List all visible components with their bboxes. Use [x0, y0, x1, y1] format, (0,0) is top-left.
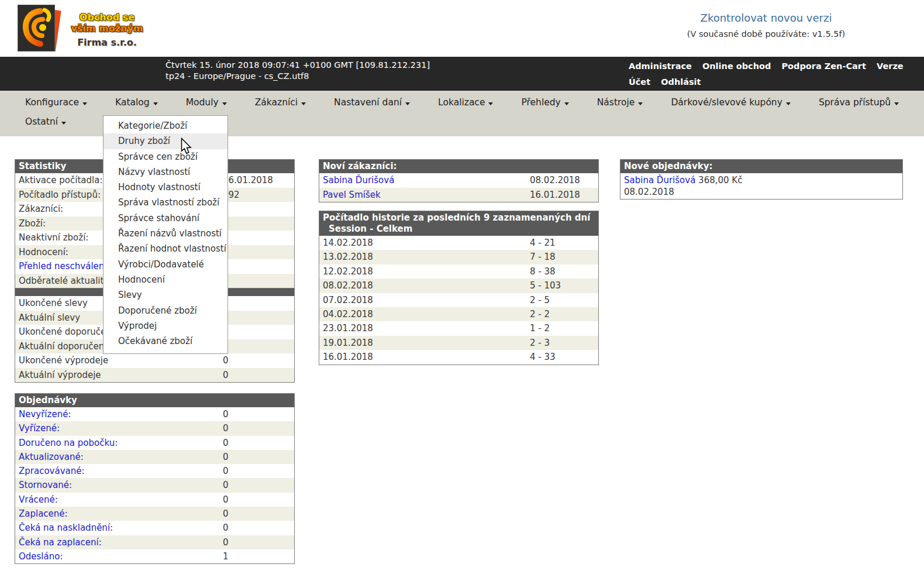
new-orders-title: Nové objednávky:: [620, 160, 902, 173]
table-row: 08.02.20185 - 103: [319, 279, 598, 293]
counter-history-title: Počítadlo historie za posledních 9 zazna…: [319, 211, 598, 236]
orders-status-link[interactable]: Čeká na naskladnění:: [15, 522, 113, 533]
menu-katalog[interactable]: Katalog: [115, 97, 158, 108]
table-row: 23.01.20181 - 2: [319, 321, 598, 335]
menu-nastroje[interactable]: Nástroje: [597, 97, 643, 108]
chevron-down-icon: [301, 102, 306, 105]
table-row: Aktualizované:0: [15, 450, 294, 464]
table-row: 12.02.20188 - 38: [319, 264, 598, 279]
table-row: Nevyřízené:0: [15, 407, 294, 421]
table-row: Sabina Ďurišová08.02.2018: [319, 173, 598, 188]
nav-verze[interactable]: Verze: [877, 61, 904, 71]
menu-zakaznici[interactable]: Zákazníci: [255, 97, 306, 108]
orders-status-link[interactable]: Zpracovávané:: [15, 466, 85, 476]
current-version-text: (V současné době používáte: v1.5.5f): [635, 29, 898, 39]
orders-status-link[interactable]: Nevyřízené:: [15, 409, 71, 420]
table-row: Doručeno na pobočku:0: [15, 436, 294, 450]
dd-spravce-stahovani[interactable]: Správce stahování: [104, 211, 227, 226]
orders-status-link[interactable]: Čeká na zaplacení:: [15, 537, 102, 548]
dd-vyprodej[interactable]: Výprodej: [104, 318, 227, 334]
table-row: 13.02.20187 - 18: [319, 250, 598, 264]
dd-spravce-cen[interactable]: Správce cen zboží: [104, 149, 227, 164]
chevron-down-icon: [153, 102, 158, 105]
mouse-cursor: [181, 137, 192, 157]
dd-slevy[interactable]: Slevy: [104, 287, 227, 302]
orders-status-link[interactable]: Aktualizované:: [15, 452, 84, 462]
table-row: 04.02.20182 - 2: [319, 307, 598, 321]
chevron-down-icon: [488, 102, 493, 105]
orders-status-link[interactable]: Vrácené:: [15, 494, 58, 505]
check-new-version-link[interactable]: Zkontrolovat novou verzi: [635, 12, 898, 24]
orders-status-link[interactable]: Odesláno:: [15, 551, 63, 562]
menu-konfigurace[interactable]: Konfigurace: [25, 97, 87, 108]
server-locale: tp24 - Europe/Prague - cs_CZ.utf8: [166, 71, 430, 82]
table-row: Stornované:0: [15, 478, 294, 492]
chevron-down-icon: [405, 102, 410, 105]
table-row: Odesláno:1: [15, 549, 294, 563]
logo-swirl-icon: [18, 5, 55, 51]
table-row: 14.02.20184 - 21: [319, 236, 598, 250]
table-row: 16.01.20184 - 33: [319, 350, 598, 364]
dd-hodnoceni[interactable]: Hodnocení: [104, 272, 227, 287]
nav-podpora-zencart[interactable]: Podpora Zen-Cart: [781, 61, 866, 71]
menu-prehledy[interactable]: Přehledy: [521, 97, 568, 108]
order-date: 08.02.2018: [624, 186, 899, 198]
customer-link[interactable]: Sabina Ďurišová: [319, 175, 394, 185]
menu-sprava-pristupu[interactable]: Správa přístupů: [819, 97, 899, 108]
chevron-down-icon: [638, 102, 643, 105]
orders-status-link[interactable]: Stornované:: [15, 480, 72, 490]
dd-vyrobci-dodavatele[interactable]: Výrobci/Dodavatelé: [104, 257, 227, 272]
orders-panel-title: Objednávky: [15, 394, 294, 407]
store-name-line2: vším možným: [69, 23, 145, 34]
chevron-down-icon: [222, 102, 227, 105]
dd-druhy-zbozi[interactable]: Druhy zboží: [104, 133, 227, 149]
dd-sprava-vlastnosti[interactable]: Správa vlastností zboží: [104, 195, 227, 210]
store-logo: [16, 4, 69, 55]
orders-status-link[interactable]: Vyřízené:: [15, 423, 60, 434]
store-name: Obchod se vším možným Firma s.r.o.: [69, 12, 145, 49]
server-datetime: Čtvrtek 15. únor 2018 09:07:41 +0100 GMT…: [166, 60, 430, 71]
nav-online-obchod[interactable]: Online obchod: [702, 61, 771, 71]
dd-kategorie-zbozi[interactable]: Kategorie/Zboží: [104, 118, 227, 133]
dd-hodnoty-vlastnosti[interactable]: Hodnoty vlastností: [104, 180, 227, 195]
new-customers-title: Noví zákazníci:: [319, 160, 598, 173]
menu-nastaveni-dani[interactable]: Nastavení daní: [334, 97, 410, 108]
orders-panel: Objednávky Nevyřízené:0 Vyřízené:0 Doruč…: [15, 393, 295, 564]
table-row: Pavel Smíšek16.01.2018: [319, 188, 598, 202]
menu-moduly[interactable]: Moduly: [186, 97, 227, 108]
table-row: Sabina Ďurišová 368,00 Kč 08.02.2018: [620, 173, 902, 199]
table-row: Aktuální výprodeje0: [15, 368, 294, 383]
counter-history-subtitle: Session - Celkem: [323, 224, 595, 235]
chevron-down-icon: [564, 102, 569, 105]
counter-history-panel: Počítadlo historie za posledních 9 zazna…: [319, 211, 599, 365]
info-bar: Čtvrtek 15. únor 2018 09:07:41 +0100 GMT…: [0, 57, 924, 91]
dd-nazvy-vlastnosti[interactable]: Názvy vlastností: [104, 164, 227, 180]
menu-ostatni[interactable]: Ostatní: [25, 116, 66, 127]
customer-link[interactable]: Pavel Smíšek: [319, 190, 381, 200]
nav-administrace[interactable]: Administrace: [629, 61, 692, 71]
company-name: Firma s.r.o.: [69, 36, 145, 49]
dd-ocekavane-zbozi[interactable]: Očekávané zboží: [104, 334, 227, 349]
table-row: Zaplacené:0: [15, 507, 294, 521]
chevron-down-icon: [786, 102, 791, 105]
nav-odhlasit[interactable]: Odhlásit: [661, 77, 701, 87]
chevron-down-icon: [894, 102, 899, 105]
order-amount: 368,00 Kč: [698, 175, 742, 185]
dd-razeni-nazvu[interactable]: Řazení názvů vlastností: [104, 226, 227, 241]
dd-razeni-hodnot[interactable]: Řazení hodnot vlastností: [104, 241, 227, 256]
order-customer-link[interactable]: Sabina Ďurišová: [624, 175, 695, 185]
chevron-down-icon: [61, 122, 66, 125]
dd-doporucene-zbozi[interactable]: Doporučené zboží: [104, 303, 227, 318]
table-row: Zpracovávané:0: [15, 464, 294, 478]
orders-status-link[interactable]: Zaplacené:: [15, 508, 68, 519]
menu-lokalizace[interactable]: Lokalizace: [438, 97, 493, 108]
table-row: Ukončené výprodeje0: [15, 353, 294, 368]
chevron-down-icon: [82, 102, 87, 105]
store-name-line1: Obchod se: [69, 12, 145, 23]
menu-kupony[interactable]: Dárkové/slevové kupóny: [671, 97, 791, 108]
orders-status-link[interactable]: Doručeno na pobočku:: [15, 438, 118, 448]
table-row: Vrácené:0: [15, 493, 294, 507]
new-customers-panel: Noví zákazníci: Sabina Ďurišová08.02.201…: [319, 159, 599, 202]
nav-ucet[interactable]: Účet: [629, 77, 650, 87]
table-row: Vyřízené:0: [15, 421, 294, 435]
